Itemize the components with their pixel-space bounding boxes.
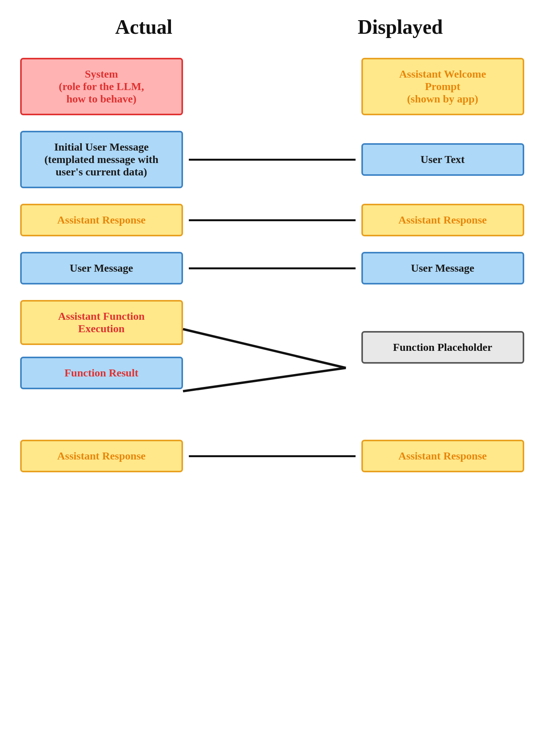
user-message-right-box: User Message [361,252,524,284]
assistant-response-left-1-box: Assistant Response [20,204,183,236]
user-message-row: User Message User Message [20,252,524,284]
column-headers: Actual Displayed [0,8,544,46]
assistant-response-right-2-box: Assistant Response [361,440,524,472]
user-message-connector [183,267,361,269]
page: Actual Displayed System(role for the LLM… [0,0,544,756]
displayed-header: Displayed [285,16,516,38]
function-left-boxes: Assistant FunctionExecution Function Res… [20,300,183,389]
system-row: System(role for the LLM,how to behave) A… [20,58,524,115]
initial-user-box: Initial User Message(templated message w… [20,131,183,188]
line-assistant-2 [189,455,356,457]
user-message-left-box: User Message [20,252,183,284]
system-connector-area [183,58,361,115]
welcome-prompt-box: Assistant WelcomePrompt(shown by app) [361,58,524,115]
assistant-response-2-row: Assistant Response Assistant Response [20,440,524,472]
function-placeholder-box-wrapper: Function Placeholder [361,331,524,364]
assistant-response-1-connector [183,219,361,221]
svg-line-1 [183,368,346,391]
initial-user-row: Initial User Message(templated message w… [20,131,524,188]
system-box: System(role for the LLM,how to behave) [20,58,183,115]
assistant-response-left-2-box: Assistant Response [20,440,183,472]
function-result-box: Function Result [20,357,183,389]
user-text-box: User Text [361,143,524,176]
svg-line-0 [183,329,346,368]
assistant-response-2-connector [183,455,361,457]
function-section: Assistant FunctionExecution Function Res… [20,300,524,424]
assistant-response-1-row: Assistant Response Assistant Response [20,204,524,236]
initial-user-connector [183,159,361,161]
assistant-function-execution-box: Assistant FunctionExecution [20,300,183,345]
actual-header: Actual [28,16,259,38]
line-initial-user [189,159,356,161]
line-assistant-1 [189,219,356,221]
line-user-message [189,267,356,269]
function-placeholder-box: Function Placeholder [361,331,524,364]
assistant-response-right-1-box: Assistant Response [361,204,524,236]
